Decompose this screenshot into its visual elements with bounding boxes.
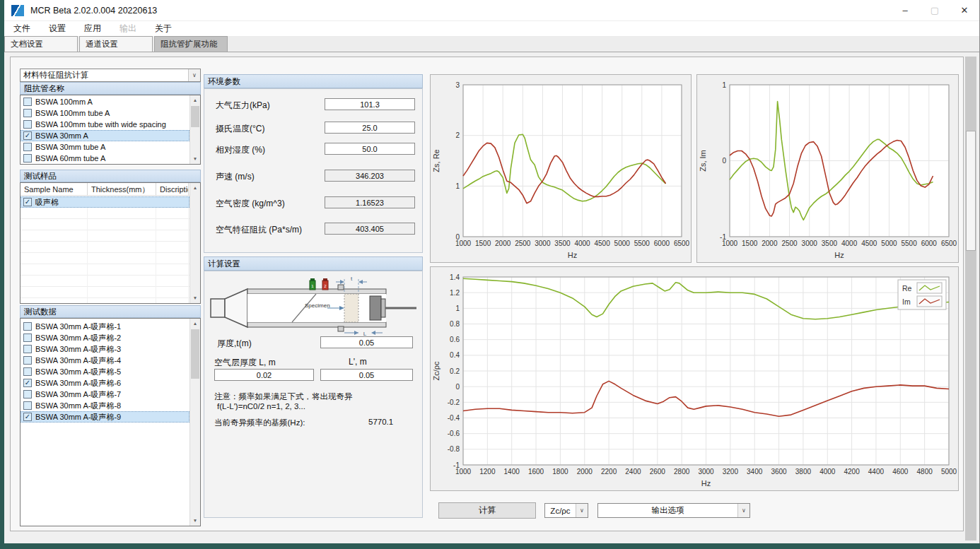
checkbox[interactable]: ✓ xyxy=(23,379,32,387)
scroll-up-icon[interactable]: ▲ xyxy=(190,95,200,105)
checkbox[interactable] xyxy=(23,367,32,376)
tab-3[interactable]: 阻抗管扩展功能 xyxy=(154,36,228,52)
list-item[interactable]: BSWA 30mm A-吸声棉-2 xyxy=(21,332,189,343)
svg-text:2000: 2000 xyxy=(495,240,511,247)
svg-text:3200: 3200 xyxy=(723,468,739,476)
output-options-value: 输出选项 xyxy=(598,505,737,516)
list-item[interactable]: BSWA 30mm A-吸声棉-5 xyxy=(21,366,189,377)
checkbox[interactable] xyxy=(23,345,32,353)
env-field-input[interactable] xyxy=(325,98,415,110)
chevron-down-icon[interactable]: ∨ xyxy=(188,69,200,81)
tube-list-scrollbar[interactable]: ▲ ▼ xyxy=(189,95,200,164)
checkbox[interactable] xyxy=(23,109,32,117)
chevron-down-icon[interactable]: ∨ xyxy=(737,504,749,517)
list-item[interactable]: BSWA 30mm A-吸声棉-4 xyxy=(21,355,189,366)
checkbox[interactable]: ✓ xyxy=(23,198,32,206)
svg-text:3000: 3000 xyxy=(535,240,551,247)
test-data-scrollbar[interactable]: ▲ ▼ xyxy=(189,319,200,526)
list-item[interactable]: ✓BSWA 30mm A-吸声棉-9 xyxy=(21,411,189,423)
checkbox[interactable] xyxy=(23,401,32,410)
list-item[interactable]: BSWA 100mm tube with wide spacing xyxy=(21,119,189,130)
env-field-input[interactable] xyxy=(325,122,415,134)
checkbox[interactable] xyxy=(23,143,32,151)
maximize-button[interactable]: ▢ xyxy=(920,0,950,21)
unit-dropdown[interactable]: Zc/ρc ∨ xyxy=(544,503,588,518)
column-header: Sample Name xyxy=(21,183,88,196)
checkbox[interactable] xyxy=(23,154,32,163)
scrollbar-thumb[interactable] xyxy=(191,106,199,127)
list-item-label: BSWA 30mm A-吸声棉-8 xyxy=(35,401,121,411)
chevron-down-icon[interactable]: ∨ xyxy=(576,504,588,517)
scroll-down-icon[interactable]: ▼ xyxy=(190,293,200,303)
checkbox[interactable]: ✓ xyxy=(23,413,32,421)
list-item-label: BSWA 30mm A-吸声棉-7 xyxy=(35,389,121,400)
scroll-up-icon[interactable]: ▲ xyxy=(190,183,200,193)
table-row[interactable]: ✓吸声棉 xyxy=(21,196,189,208)
checkbox[interactable] xyxy=(23,322,32,331)
list-item[interactable]: ✓BSWA 30mm A xyxy=(21,130,189,141)
close-button[interactable]: ✕ xyxy=(950,0,979,21)
window-title: MCR Beta 2.02.0.004 20220613 xyxy=(30,6,157,16)
calc-type-value: 材料特征阻抗计算 xyxy=(21,70,188,81)
output-options-dropdown[interactable]: 输出选项 ∨ xyxy=(597,503,750,518)
list-item[interactable]: BSWA 30mm A-吸声棉-3 xyxy=(21,343,189,355)
list-item[interactable]: ✓BSWA 30mm A-吸声棉-6 xyxy=(21,377,189,389)
scrollbar-thumb[interactable] xyxy=(966,131,976,251)
list-item-label: BSWA 30mm A-吸声棉-2 xyxy=(35,333,121,343)
tab-2[interactable]: 通道设置 xyxy=(79,36,153,52)
svg-text:-0.2: -0.2 xyxy=(448,399,460,406)
calc-type-dropdown[interactable]: 材料特征阻抗计算 ∨ xyxy=(20,69,201,82)
calc-settings-header: 计算设置 xyxy=(204,256,423,271)
svg-text:0: 0 xyxy=(722,157,726,165)
list-item-label: BSWA 100mm A xyxy=(35,98,93,106)
list-item-label: BSWA 30mm tube A xyxy=(35,143,105,151)
window-scrollbar[interactable] xyxy=(965,57,976,541)
svg-text:0: 0 xyxy=(455,233,460,241)
menu-item-1[interactable]: 文件 xyxy=(4,20,40,37)
checkbox[interactable] xyxy=(23,120,32,129)
list-item-label: BSWA 60mm tube A xyxy=(35,154,105,163)
svg-text:1: 1 xyxy=(455,305,460,312)
samples-scrollbar[interactable]: ▲ ▼ xyxy=(189,183,200,303)
scroll-down-icon[interactable]: ▼ xyxy=(190,516,200,526)
l-prime-input[interactable] xyxy=(320,369,413,381)
list-item[interactable]: BSWA 100mm tube A xyxy=(21,107,189,119)
menu-item-3[interactable]: 应用 xyxy=(75,20,110,37)
scrollbar-thumb[interactable] xyxy=(191,329,199,379)
scroll-up-icon[interactable]: ▲ xyxy=(190,319,200,329)
svg-text:6500: 6500 xyxy=(674,240,690,247)
minimize-button[interactable]: – xyxy=(890,0,920,21)
chart-zc-rhoc: 1000120014001600180020002200240026002800… xyxy=(430,266,959,491)
checkbox[interactable]: ✓ xyxy=(23,131,32,140)
list-item[interactable]: BSWA 100mm A xyxy=(21,96,189,107)
list-item[interactable]: BSWA 60mm tube A xyxy=(21,153,189,164)
air-layer-input[interactable] xyxy=(214,369,314,381)
menu-item-2[interactable]: 设置 xyxy=(40,20,75,37)
svg-text:0.8: 0.8 xyxy=(450,320,460,328)
env-field-input[interactable] xyxy=(325,143,415,155)
empty-table-row xyxy=(21,242,189,253)
scroll-down-icon[interactable]: ▼ xyxy=(190,154,200,164)
thickness-input[interactable] xyxy=(320,336,413,348)
svg-text:-1: -1 xyxy=(453,461,460,469)
checkbox[interactable] xyxy=(23,98,32,106)
checkbox[interactable] xyxy=(23,390,32,399)
svg-text:-1: -1 xyxy=(720,233,726,241)
test-data-list: BSWA 30mm A-吸声棉-1BSWA 30mm A-吸声棉-2BSWA 3… xyxy=(20,318,201,526)
list-item[interactable]: BSWA 30mm A-吸声棉-8 xyxy=(21,400,189,411)
svg-text:3000: 3000 xyxy=(802,240,818,247)
svg-text:3500: 3500 xyxy=(822,240,838,247)
calculate-button[interactable]: 计算 xyxy=(438,502,536,519)
svg-text:-0.6: -0.6 xyxy=(448,430,460,437)
tab-1[interactable]: 文档设置 xyxy=(4,36,78,52)
menu-item-5[interactable]: 关于 xyxy=(146,20,181,37)
checkbox[interactable] xyxy=(23,333,32,342)
empty-table-row xyxy=(21,276,189,287)
list-item[interactable]: BSWA 30mm A-吸声棉-1 xyxy=(21,321,189,332)
list-item[interactable]: BSWA 30mm A-吸声棉-7 xyxy=(21,389,189,400)
svg-text:2: 2 xyxy=(455,131,460,139)
svg-text:Zc/ρc: Zc/ρc xyxy=(432,361,441,381)
list-item[interactable]: BSWA 30mm tube A xyxy=(21,141,189,153)
checkbox[interactable] xyxy=(23,356,32,365)
impedance-tube-diagram: 1 2 t L Specimen xyxy=(209,275,418,340)
